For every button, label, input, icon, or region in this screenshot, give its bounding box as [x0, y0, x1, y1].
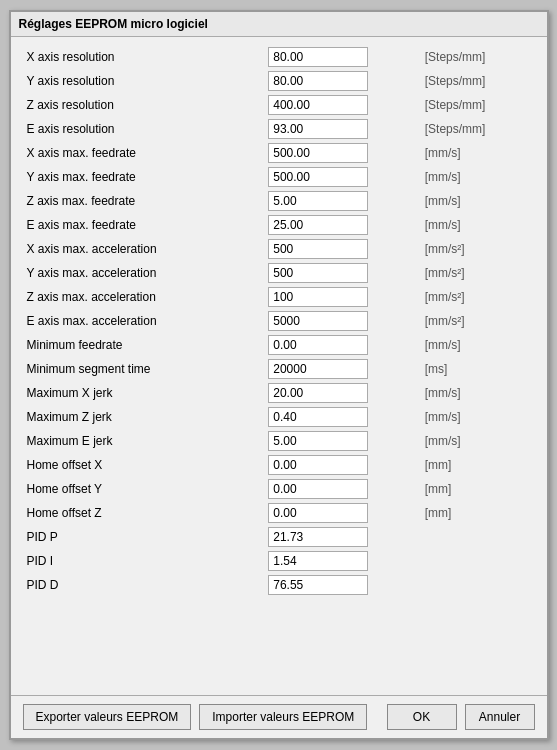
setting-input[interactable]: [268, 143, 368, 163]
table-row: X axis resolution[Steps/mm]: [23, 45, 535, 69]
setting-label: E axis max. acceleration: [23, 309, 265, 333]
setting-input-cell: [264, 141, 420, 165]
footer-left-buttons: Exporter valeurs EEPROM Importer valeurs…: [23, 704, 368, 730]
setting-input-cell: [264, 357, 420, 381]
setting-label: Y axis max. acceleration: [23, 261, 265, 285]
setting-unit: [mm/s]: [421, 189, 535, 213]
window-title: Réglages EEPROM micro logiciel: [19, 17, 208, 31]
setting-input-cell: [264, 309, 420, 333]
table-row: Home offset Y[mm]: [23, 477, 535, 501]
setting-input[interactable]: [268, 359, 368, 379]
setting-label: Maximum X jerk: [23, 381, 265, 405]
setting-input[interactable]: [268, 287, 368, 307]
setting-input-cell: [264, 501, 420, 525]
settings-content: X axis resolution[Steps/mm]Y axis resolu…: [11, 37, 547, 695]
setting-unit: [mm/s]: [421, 333, 535, 357]
table-row: Home offset X[mm]: [23, 453, 535, 477]
table-row: Y axis max. acceleration[mm/s²]: [23, 261, 535, 285]
table-row: Home offset Z[mm]: [23, 501, 535, 525]
table-row: PID I: [23, 549, 535, 573]
table-row: Maximum E jerk[mm/s]: [23, 429, 535, 453]
setting-input-cell: [264, 333, 420, 357]
title-bar: Réglages EEPROM micro logiciel: [11, 12, 547, 37]
table-row: Minimum segment time[ms]: [23, 357, 535, 381]
setting-unit: [ms]: [421, 357, 535, 381]
setting-input-cell: [264, 117, 420, 141]
table-row: Z axis resolution[Steps/mm]: [23, 93, 535, 117]
setting-label: PID D: [23, 573, 265, 597]
setting-input[interactable]: [268, 95, 368, 115]
setting-unit: [mm]: [421, 477, 535, 501]
setting-unit: [mm/s]: [421, 405, 535, 429]
setting-input-cell: [264, 477, 420, 501]
cancel-button[interactable]: Annuler: [465, 704, 535, 730]
import-eeprom-button[interactable]: Importer valeurs EEPROM: [199, 704, 367, 730]
setting-label: Minimum segment time: [23, 357, 265, 381]
setting-input-cell: [264, 261, 420, 285]
setting-unit: [mm]: [421, 501, 535, 525]
setting-label: Z axis resolution: [23, 93, 265, 117]
table-row: Z axis max. feedrate[mm/s]: [23, 189, 535, 213]
table-row: Z axis max. acceleration[mm/s²]: [23, 285, 535, 309]
setting-input[interactable]: [268, 263, 368, 283]
setting-input-cell: [264, 549, 420, 573]
setting-input[interactable]: [268, 119, 368, 139]
setting-input-cell: [264, 69, 420, 93]
setting-input[interactable]: [268, 551, 368, 571]
table-row: PID P: [23, 525, 535, 549]
settings-table: X axis resolution[Steps/mm]Y axis resolu…: [23, 45, 535, 597]
main-window: Réglages EEPROM micro logiciel X axis re…: [9, 10, 549, 740]
setting-unit: [421, 549, 535, 573]
setting-label: PID I: [23, 549, 265, 573]
setting-label: Y axis resolution: [23, 69, 265, 93]
setting-input[interactable]: [268, 167, 368, 187]
setting-label: Y axis max. feedrate: [23, 165, 265, 189]
setting-label: X axis resolution: [23, 45, 265, 69]
setting-input[interactable]: [268, 407, 368, 427]
setting-unit: [mm/s²]: [421, 237, 535, 261]
setting-input[interactable]: [268, 383, 368, 403]
setting-input-cell: [264, 381, 420, 405]
setting-input[interactable]: [268, 215, 368, 235]
setting-label: Z axis max. feedrate: [23, 189, 265, 213]
setting-input-cell: [264, 453, 420, 477]
setting-input[interactable]: [268, 503, 368, 523]
table-row: Y axis max. feedrate[mm/s]: [23, 165, 535, 189]
setting-input[interactable]: [268, 527, 368, 547]
setting-input[interactable]: [268, 191, 368, 211]
setting-label: PID P: [23, 525, 265, 549]
setting-input[interactable]: [268, 431, 368, 451]
setting-unit: [mm/s]: [421, 381, 535, 405]
setting-unit: [Steps/mm]: [421, 117, 535, 141]
setting-unit: [mm/s]: [421, 165, 535, 189]
setting-input-cell: [264, 189, 420, 213]
setting-input-cell: [264, 165, 420, 189]
setting-input-cell: [264, 93, 420, 117]
setting-input[interactable]: [268, 575, 368, 595]
setting-input-cell: [264, 405, 420, 429]
setting-input[interactable]: [268, 335, 368, 355]
table-row: PID D: [23, 573, 535, 597]
setting-input[interactable]: [268, 47, 368, 67]
export-eeprom-button[interactable]: Exporter valeurs EEPROM: [23, 704, 192, 730]
setting-label: E axis max. feedrate: [23, 213, 265, 237]
setting-unit: [421, 573, 535, 597]
ok-button[interactable]: OK: [387, 704, 457, 730]
setting-label: Z axis max. acceleration: [23, 285, 265, 309]
setting-input[interactable]: [268, 71, 368, 91]
setting-input-cell: [264, 525, 420, 549]
setting-unit: [mm/s²]: [421, 285, 535, 309]
setting-input[interactable]: [268, 479, 368, 499]
setting-input-cell: [264, 285, 420, 309]
setting-input[interactable]: [268, 239, 368, 259]
setting-label: Home offset Z: [23, 501, 265, 525]
setting-label: Maximum Z jerk: [23, 405, 265, 429]
table-row: Minimum feedrate[mm/s]: [23, 333, 535, 357]
table-row: E axis resolution[Steps/mm]: [23, 117, 535, 141]
table-row: Y axis resolution[Steps/mm]: [23, 69, 535, 93]
setting-label: X axis max. acceleration: [23, 237, 265, 261]
footer: Exporter valeurs EEPROM Importer valeurs…: [11, 695, 547, 738]
setting-input[interactable]: [268, 311, 368, 331]
table-row: Maximum Z jerk[mm/s]: [23, 405, 535, 429]
setting-input[interactable]: [268, 455, 368, 475]
